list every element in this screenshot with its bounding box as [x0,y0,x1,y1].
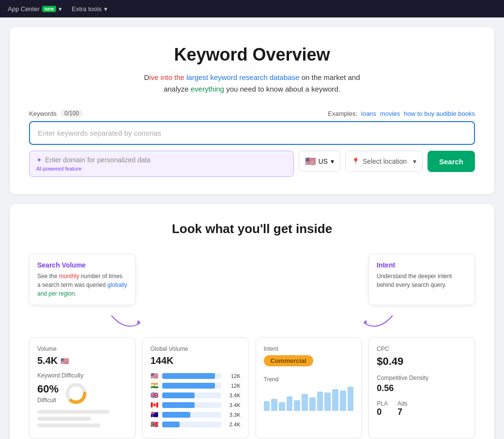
global-vol-row: 🇳🇴 2.4K [151,421,241,428]
global-vol-rows: 🇺🇸 12K 🇮🇳 12K 🇬🇧 3.4K 🇨🇦 3.4K 🇦 [151,372,241,428]
gv-number: 3.4K [224,402,241,408]
chevron-down-icon: ▾ [331,157,334,165]
chevron-down-icon: ▾ [104,5,107,13]
trend-bar [294,400,300,411]
examples-row: Examples: loans movies how to buy audibl… [328,110,475,117]
ads-value: 7 [397,407,408,417]
right-arrow [359,313,397,334]
global-vol-row: 🇺🇸 12K [151,372,241,379]
search-volume-tooltip: Search Volume See the monthly number of … [29,254,136,305]
gv-bar [162,392,195,398]
preview-card: Look what you'll get inside Search Volum… [10,204,494,439]
kd-donut-chart [64,382,88,405]
ai-powered-label: AI-powered feature [36,166,287,172]
global-vol-row: 🇬🇧 3.4K [151,392,241,399]
location-placeholder: Select location [363,157,407,165]
extra-tools-label: Extra tools [72,5,101,13]
keywords-label: Keywords [29,110,57,117]
example-loans[interactable]: loans [361,110,376,117]
gv-bar [162,422,180,427]
cpc-card: CPC $0.49 Competitive Density 0.56 PLA 0… [368,337,475,439]
location-selector[interactable]: 📍 Select location ▾ [345,151,423,172]
hero-card: Keyword Overview Dive into the largest k… [10,27,494,194]
global-vol-row: 🇨🇦 3.4K [151,401,241,408]
example-audible[interactable]: how to buy audible books [404,110,475,117]
ads-label: Ads [397,400,408,407]
data-cards-grid: Volume 5.4K 🇺🇸 Keyword Difficulty 60% Di… [29,337,475,439]
country-flag-icon: 🇳🇴 [151,421,159,428]
intent-tooltip: Intent Understand the deeper intent behi… [368,254,475,305]
gv-bar [162,412,190,418]
gv-bar-wrap [162,402,221,408]
trend-bar [287,396,293,411]
kd-section: Keyword Difficulty 60% Difficult [37,372,127,405]
gv-bar [162,383,215,389]
app-center-label: App Center [8,5,40,13]
cd-label: Competitive Density [377,375,467,381]
trend-bar [279,402,285,411]
gv-bar-wrap [162,392,221,398]
intent-label: Intent [264,345,354,352]
us-flag-icon: 🇺🇸 [305,156,316,167]
kd-tag: Difficult [37,397,56,404]
gv-bar-wrap [162,373,221,379]
example-movies[interactable]: movies [380,110,400,117]
skeleton-bar [37,417,91,421]
intent-title: Intent [377,261,467,269]
us-flag-icon: 🇺🇸 [61,357,69,365]
kd-number: 60% [37,383,59,395]
global-vol-row: 🇮🇳 12K [151,382,241,389]
gv-bar [162,402,195,408]
skeleton-bar [37,423,100,427]
volume-card: Volume 5.4K 🇺🇸 Keyword Difficulty 60% Di… [29,337,136,439]
gv-bar-wrap [162,422,221,427]
intent-badge: Commercial [264,355,313,366]
kd-label: Keyword Difficulty [37,372,127,379]
search-options-row: ✦ Enter domain for personalized data AI-… [29,151,475,177]
country-flag-icon: 🇮🇳 [151,382,159,389]
keywords-input[interactable] [29,121,475,145]
gv-number: 3.4K [224,392,241,398]
country-selector[interactable]: 🇺🇸 US ▾ [299,151,340,172]
trend-bar [324,392,331,411]
pla-ads-row: PLA 0 Ads 7 [377,400,467,417]
chevron-down-icon: ▾ [59,5,62,13]
chevron-down-icon: ▾ [413,157,416,165]
sparkle-icon: ✦ [36,156,42,164]
trend-chart [264,387,354,411]
extra-tools-nav[interactable]: Extra tools ▾ [72,5,107,13]
intent-desc: Understand the deeper intent behind ever… [377,272,467,289]
gv-bar-wrap [162,383,221,389]
country-flag-icon: 🇬🇧 [151,392,159,399]
pla-item: PLA 0 [377,400,388,417]
volume-label: Volume [37,345,127,352]
search-volume-title: Search Volume [37,261,127,269]
trend-bar [340,391,346,411]
search-button[interactable]: Search [428,151,475,172]
trend-bar [271,399,277,411]
cpc-label: CPC [377,345,467,352]
top-navigation: App Center new ▾ Extra tools ▾ [0,0,504,17]
skeleton-bars [37,410,127,427]
left-arrow [107,313,145,334]
cd-value: 0.56 [377,383,467,393]
country-label: US [319,157,328,165]
page-title: Keyword Overview [29,45,475,65]
new-badge: new [42,6,56,12]
keywords-counter: 0/100 [61,110,83,117]
domain-placeholder: Enter domain for personalized data [45,156,151,164]
examples-label: Examples: [328,110,357,117]
cpc-value: $0.49 [377,355,467,368]
location-pin-icon: 📍 [351,157,360,165]
trend-bar [317,392,323,411]
trend-label: Trend [264,376,354,383]
domain-input-wrap[interactable]: ✦ Enter domain for personalized data AI-… [29,151,294,177]
gv-number: 2.4K [224,422,241,427]
trend-bar [302,394,308,411]
trend-bar [348,387,354,411]
app-center-nav[interactable]: App Center new ▾ [8,5,62,13]
skeleton-bar [37,410,109,414]
country-flag-icon: 🇺🇸 [151,372,159,379]
page-subtitle: Dive into the largest keyword research d… [29,72,475,95]
pla-label: PLA [377,400,388,407]
